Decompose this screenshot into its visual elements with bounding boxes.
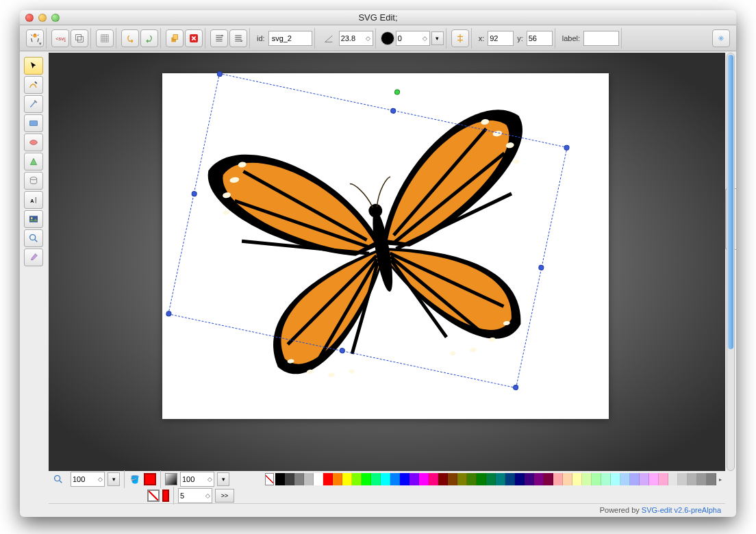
label-label: label: <box>562 34 580 42</box>
line-tool[interactable] <box>24 95 43 113</box>
select-tool[interactable] <box>24 57 43 75</box>
image-tool[interactable] <box>24 210 43 228</box>
move-top-button[interactable] <box>210 29 228 47</box>
undo-button[interactable] <box>121 29 139 47</box>
palette-swatch[interactable] <box>467 473 477 485</box>
palette-swatch[interactable] <box>592 473 601 485</box>
palette-swatch[interactable] <box>563 473 572 485</box>
palette-swatch[interactable] <box>544 473 553 485</box>
wireframe-mode-button[interactable] <box>71 29 88 47</box>
palette-swatch[interactable] <box>381 473 390 485</box>
palette-swatch[interactable] <box>294 473 304 485</box>
angle-input[interactable]: ◇ <box>339 31 373 46</box>
svg-point-21 <box>349 369 355 374</box>
zoom-tool[interactable] <box>24 229 43 247</box>
align-button[interactable] <box>451 29 469 47</box>
fhpath-tool[interactable] <box>24 76 43 94</box>
footer-link[interactable]: SVG-edit v2.6-preAlpha <box>642 506 721 514</box>
move-bottom-button[interactable] <box>229 29 247 47</box>
palette-scroll[interactable]: ▸ <box>716 476 724 483</box>
palette-swatch[interactable] <box>525 473 534 485</box>
palette-swatch[interactable] <box>553 473 563 485</box>
edit-source-button[interactable]: <svg> <box>51 29 69 47</box>
palette-swatch[interactable] <box>505 473 515 485</box>
palette-swatch[interactable] <box>515 473 525 485</box>
footer: Powered by SVG-edit v2.6-preAlpha <box>49 503 725 516</box>
no-color-swatch[interactable] <box>265 473 274 485</box>
palette-swatch[interactable] <box>640 473 649 485</box>
palette-swatch[interactable] <box>371 473 381 485</box>
tool-palette: A <box>24 57 46 266</box>
stroke-width-input[interactable]: ◇ <box>178 488 212 503</box>
main-menu-button[interactable] <box>26 29 44 47</box>
palette-swatch[interactable] <box>534 473 544 485</box>
svg-canvas[interactable] <box>162 73 609 419</box>
label-input[interactable] <box>583 31 619 46</box>
shapelib-tool[interactable] <box>24 172 43 190</box>
palette-swatch[interactable] <box>649 473 659 485</box>
opacity-dropdown[interactable]: ▾ <box>217 472 229 486</box>
palette-swatch[interactable] <box>429 473 438 485</box>
canvas-area[interactable] <box>49 53 725 471</box>
palette-swatch[interactable] <box>448 473 457 485</box>
palette-swatch[interactable] <box>438 473 448 485</box>
zoom-input[interactable]: ◇ <box>71 472 105 487</box>
palette-swatch[interactable] <box>457 473 467 485</box>
palette-swatch[interactable] <box>419 473 429 485</box>
rect-tool[interactable] <box>24 114 43 132</box>
x-input[interactable] <box>488 31 514 46</box>
palette-swatch[interactable] <box>323 473 333 485</box>
stroke-color-alt[interactable] <box>162 490 169 502</box>
titlebar: SVG Edit; <box>20 10 736 25</box>
fill-color-swatch[interactable] <box>144 473 156 485</box>
stroke-dash-select[interactable]: >> <box>215 489 234 503</box>
palette-swatch[interactable] <box>688 473 697 485</box>
svg-rect-6 <box>30 121 38 126</box>
y-input[interactable] <box>527 31 553 46</box>
palette-swatch[interactable] <box>697 473 707 485</box>
palette-swatch[interactable] <box>275 473 285 485</box>
palette-swatch[interactable] <box>678 473 688 485</box>
palette-swatch[interactable] <box>620 473 630 485</box>
angle-icon <box>320 29 338 47</box>
vertical-scrollbar[interactable] <box>727 53 735 471</box>
shortcut-button[interactable] <box>712 29 730 47</box>
stroke-color-swatch[interactable] <box>147 490 160 502</box>
palette-swatch[interactable] <box>410 473 419 485</box>
palette-swatch[interactable] <box>314 473 323 485</box>
palette-swatch[interactable] <box>659 473 668 485</box>
palette-swatch[interactable] <box>611 473 620 485</box>
palette-swatch[interactable] <box>304 473 314 485</box>
blur-dropdown[interactable]: ▾ <box>431 31 444 45</box>
show-grid-button[interactable] <box>96 29 114 47</box>
palette-swatch[interactable] <box>362 473 371 485</box>
id-input[interactable] <box>268 31 312 46</box>
palette-swatch[interactable] <box>486 473 496 485</box>
clone-button[interactable] <box>166 29 184 47</box>
palette-swatch[interactable] <box>477 473 486 485</box>
palette-swatch[interactable] <box>342 473 352 485</box>
blur-input[interactable]: ◇ <box>396 31 430 46</box>
palette-swatch[interactable] <box>572 473 582 485</box>
palette-swatch[interactable] <box>333 473 342 485</box>
palette-swatch[interactable] <box>707 473 716 485</box>
redo-button[interactable] <box>140 29 158 47</box>
palette-swatch[interactable] <box>582 473 592 485</box>
palette-swatch[interactable] <box>630 473 640 485</box>
ellipse-tool[interactable] <box>24 134 43 151</box>
palette-swatch[interactable] <box>352 473 362 485</box>
opacity-input[interactable]: ◇ <box>180 472 214 487</box>
svg-rect-4 <box>173 34 178 39</box>
path-tool[interactable] <box>24 153 43 170</box>
zoom-dropdown[interactable]: ▾ <box>108 472 120 486</box>
palette-swatch[interactable] <box>285 473 294 485</box>
palette-swatch[interactable] <box>400 473 410 485</box>
palette-swatch[interactable] <box>496 473 505 485</box>
palette-swatch[interactable] <box>668 473 678 485</box>
eyedropper-tool[interactable] <box>24 249 43 266</box>
delete-button[interactable] <box>185 29 203 47</box>
blur-icon <box>381 31 394 45</box>
palette-swatch[interactable] <box>601 473 611 485</box>
palette-swatch[interactable] <box>390 473 400 485</box>
text-tool[interactable]: A <box>24 191 43 209</box>
